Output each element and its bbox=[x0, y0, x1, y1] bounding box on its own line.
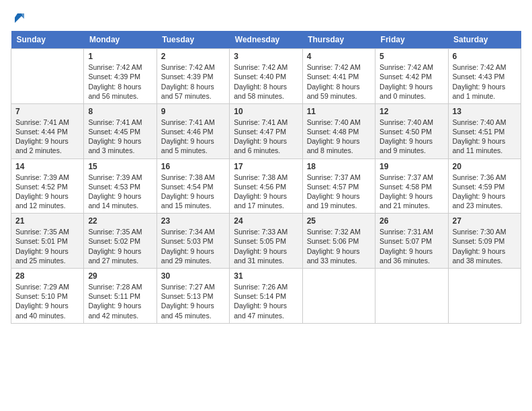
day-number: 23 bbox=[161, 216, 225, 226]
day-info: Sunrise: 7:38 AM Sunset: 4:54 PM Dayligh… bbox=[161, 173, 225, 211]
calendar-week-row: 1Sunrise: 7:42 AM Sunset: 4:39 PM Daylig… bbox=[11, 49, 521, 104]
calendar-cell: 1Sunrise: 7:42 AM Sunset: 4:39 PM Daylig… bbox=[84, 49, 157, 104]
day-info: Sunrise: 7:40 AM Sunset: 4:48 PM Dayligh… bbox=[307, 118, 371, 156]
day-of-week-header: Friday bbox=[375, 31, 448, 49]
day-info: Sunrise: 7:42 AM Sunset: 4:39 PM Dayligh… bbox=[161, 62, 225, 101]
calendar-cell bbox=[11, 49, 84, 104]
calendar-week-row: 28Sunrise: 7:29 AM Sunset: 5:10 PM Dayli… bbox=[11, 269, 521, 324]
calendar-cell: 25Sunrise: 7:32 AM Sunset: 5:06 PM Dayli… bbox=[302, 214, 375, 269]
day-info: Sunrise: 7:41 AM Sunset: 4:47 PM Dayligh… bbox=[234, 118, 298, 156]
day-info: Sunrise: 7:42 AM Sunset: 4:42 PM Dayligh… bbox=[380, 62, 443, 101]
calendar-cell bbox=[375, 269, 448, 324]
day-number: 31 bbox=[234, 271, 298, 281]
day-of-week-header: Monday bbox=[84, 31, 157, 49]
day-number: 7 bbox=[15, 107, 79, 116]
day-info: Sunrise: 7:42 AM Sunset: 4:40 PM Dayligh… bbox=[234, 62, 298, 101]
day-info: Sunrise: 7:27 AM Sunset: 5:13 PM Dayligh… bbox=[161, 282, 225, 320]
calendar-cell: 24Sunrise: 7:33 AM Sunset: 5:05 PM Dayli… bbox=[230, 214, 302, 269]
day-of-week-header: Saturday bbox=[448, 31, 521, 49]
day-number: 19 bbox=[380, 162, 443, 171]
calendar-cell: 4Sunrise: 7:42 AM Sunset: 4:41 PM Daylig… bbox=[302, 49, 375, 104]
day-info: Sunrise: 7:42 AM Sunset: 4:39 PM Dayligh… bbox=[88, 62, 152, 101]
day-info: Sunrise: 7:26 AM Sunset: 5:14 PM Dayligh… bbox=[234, 282, 298, 320]
day-number: 25 bbox=[307, 216, 371, 226]
calendar-cell: 6Sunrise: 7:42 AM Sunset: 4:43 PM Daylig… bbox=[448, 49, 521, 104]
calendar-cell: 22Sunrise: 7:35 AM Sunset: 5:02 PM Dayli… bbox=[84, 214, 157, 269]
day-number: 8 bbox=[88, 107, 152, 116]
calendar-cell: 20Sunrise: 7:36 AM Sunset: 4:59 PM Dayli… bbox=[448, 158, 521, 214]
day-number: 12 bbox=[380, 107, 443, 116]
day-info: Sunrise: 7:42 AM Sunset: 4:41 PM Dayligh… bbox=[307, 62, 371, 101]
day-of-week-header: Thursday bbox=[302, 31, 375, 49]
calendar-cell: 8Sunrise: 7:41 AM Sunset: 4:45 PM Daylig… bbox=[84, 103, 157, 158]
calendar-cell: 9Sunrise: 7:41 AM Sunset: 4:46 PM Daylig… bbox=[157, 103, 229, 158]
logo-icon bbox=[12, 11, 27, 26]
day-number: 16 bbox=[161, 162, 225, 171]
calendar-cell: 31Sunrise: 7:26 AM Sunset: 5:14 PM Dayli… bbox=[230, 269, 302, 324]
calendar-cell: 2Sunrise: 7:42 AM Sunset: 4:39 PM Daylig… bbox=[157, 49, 229, 104]
day-of-week-header: Tuesday bbox=[157, 31, 229, 49]
calendar-cell: 3Sunrise: 7:42 AM Sunset: 4:40 PM Daylig… bbox=[230, 49, 302, 104]
logo bbox=[11, 11, 28, 26]
calendar-week-row: 21Sunrise: 7:35 AM Sunset: 5:01 PM Dayli… bbox=[11, 214, 521, 269]
day-of-week-header: Sunday bbox=[11, 31, 84, 49]
calendar-cell: 17Sunrise: 7:38 AM Sunset: 4:56 PM Dayli… bbox=[230, 158, 302, 214]
day-number: 4 bbox=[307, 52, 371, 61]
day-info: Sunrise: 7:29 AM Sunset: 5:10 PM Dayligh… bbox=[15, 282, 79, 320]
calendar-cell: 12Sunrise: 7:40 AM Sunset: 4:50 PM Dayli… bbox=[375, 103, 448, 158]
day-number: 11 bbox=[307, 107, 371, 116]
day-info: Sunrise: 7:38 AM Sunset: 4:56 PM Dayligh… bbox=[234, 173, 298, 211]
calendar-cell: 13Sunrise: 7:40 AM Sunset: 4:51 PM Dayli… bbox=[448, 103, 521, 158]
day-number: 27 bbox=[453, 216, 517, 226]
day-number: 18 bbox=[307, 162, 371, 171]
day-number: 24 bbox=[234, 216, 298, 226]
day-number: 3 bbox=[234, 52, 298, 61]
day-info: Sunrise: 7:41 AM Sunset: 4:45 PM Dayligh… bbox=[88, 118, 152, 156]
day-info: Sunrise: 7:33 AM Sunset: 5:05 PM Dayligh… bbox=[234, 227, 298, 265]
calendar-cell: 29Sunrise: 7:28 AM Sunset: 5:11 PM Dayli… bbox=[84, 269, 157, 324]
calendar-table: SundayMondayTuesdayWednesdayThursdayFrid… bbox=[11, 31, 521, 323]
day-number: 10 bbox=[234, 107, 298, 116]
day-number: 9 bbox=[161, 107, 225, 116]
day-info: Sunrise: 7:41 AM Sunset: 4:46 PM Dayligh… bbox=[161, 118, 225, 156]
day-number: 14 bbox=[15, 162, 79, 171]
day-info: Sunrise: 7:36 AM Sunset: 4:59 PM Dayligh… bbox=[453, 173, 517, 211]
calendar-cell: 16Sunrise: 7:38 AM Sunset: 4:54 PM Dayli… bbox=[157, 158, 229, 214]
day-info: Sunrise: 7:32 AM Sunset: 5:06 PM Dayligh… bbox=[307, 227, 371, 265]
day-number: 30 bbox=[161, 271, 225, 281]
calendar-cell: 11Sunrise: 7:40 AM Sunset: 4:48 PM Dayli… bbox=[302, 103, 375, 158]
calendar-cell: 26Sunrise: 7:31 AM Sunset: 5:07 PM Dayli… bbox=[375, 214, 448, 269]
day-info: Sunrise: 7:35 AM Sunset: 5:02 PM Dayligh… bbox=[88, 227, 152, 265]
day-info: Sunrise: 7:34 AM Sunset: 5:03 PM Dayligh… bbox=[161, 227, 225, 265]
day-info: Sunrise: 7:28 AM Sunset: 5:11 PM Dayligh… bbox=[88, 282, 152, 320]
day-number: 21 bbox=[15, 216, 79, 226]
calendar-cell bbox=[448, 269, 521, 324]
day-number: 20 bbox=[453, 162, 517, 171]
day-number: 13 bbox=[453, 107, 517, 116]
calendar-cell: 18Sunrise: 7:37 AM Sunset: 4:57 PM Dayli… bbox=[302, 158, 375, 214]
day-info: Sunrise: 7:40 AM Sunset: 4:51 PM Dayligh… bbox=[453, 118, 517, 156]
day-of-week-header: Wednesday bbox=[230, 31, 302, 49]
page-header bbox=[11, 11, 521, 26]
day-info: Sunrise: 7:37 AM Sunset: 4:57 PM Dayligh… bbox=[307, 173, 371, 211]
calendar-week-row: 14Sunrise: 7:39 AM Sunset: 4:52 PM Dayli… bbox=[11, 158, 521, 214]
day-info: Sunrise: 7:42 AM Sunset: 4:43 PM Dayligh… bbox=[453, 62, 517, 101]
calendar-cell: 27Sunrise: 7:30 AM Sunset: 5:09 PM Dayli… bbox=[448, 214, 521, 269]
day-info: Sunrise: 7:39 AM Sunset: 4:53 PM Dayligh… bbox=[88, 173, 152, 211]
calendar-cell: 14Sunrise: 7:39 AM Sunset: 4:52 PM Dayli… bbox=[11, 158, 84, 214]
day-number: 22 bbox=[88, 216, 152, 226]
day-info: Sunrise: 7:35 AM Sunset: 5:01 PM Dayligh… bbox=[15, 227, 79, 265]
day-info: Sunrise: 7:40 AM Sunset: 4:50 PM Dayligh… bbox=[380, 118, 443, 156]
calendar-cell: 28Sunrise: 7:29 AM Sunset: 5:10 PM Dayli… bbox=[11, 269, 84, 324]
calendar-header-row: SundayMondayTuesdayWednesdayThursdayFrid… bbox=[11, 31, 521, 49]
day-info: Sunrise: 7:37 AM Sunset: 4:58 PM Dayligh… bbox=[380, 173, 443, 211]
calendar-cell: 21Sunrise: 7:35 AM Sunset: 5:01 PM Dayli… bbox=[11, 214, 84, 269]
calendar-cell bbox=[302, 269, 375, 324]
day-info: Sunrise: 7:41 AM Sunset: 4:44 PM Dayligh… bbox=[15, 118, 79, 156]
day-number: 15 bbox=[88, 162, 152, 171]
calendar-cell: 30Sunrise: 7:27 AM Sunset: 5:13 PM Dayli… bbox=[157, 269, 229, 324]
day-number: 26 bbox=[380, 216, 443, 226]
day-info: Sunrise: 7:39 AM Sunset: 4:52 PM Dayligh… bbox=[15, 173, 79, 211]
day-number: 6 bbox=[453, 52, 517, 61]
calendar-cell: 15Sunrise: 7:39 AM Sunset: 4:53 PM Dayli… bbox=[84, 158, 157, 214]
